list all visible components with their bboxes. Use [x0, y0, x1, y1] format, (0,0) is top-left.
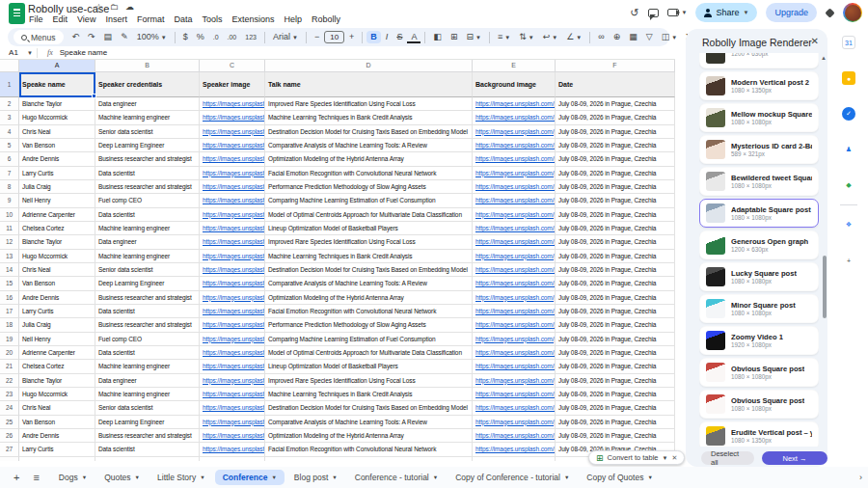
- contacts-icon[interactable]: ♟: [842, 143, 855, 156]
- get-addons-icon[interactable]: +: [842, 254, 855, 267]
- hyperlink[interactable]: https://images.unsplash.: [203, 114, 265, 121]
- cell[interactable]: Data scientist: [95, 167, 200, 180]
- hyperlink[interactable]: https://images.unsplash.: [203, 197, 265, 203]
- font-family-select[interactable]: Arial▼: [269, 31, 302, 43]
- hyperlink[interactable]: https://images.unsplash.com/p: [475, 349, 556, 356]
- cell[interactable]: https://images.unsplash.: [200, 457, 265, 461]
- cell[interactable]: https://images.unsplash.: [200, 139, 265, 152]
- cell[interactable]: July 08-09, 2026 in Prague, Czechia: [556, 152, 675, 166]
- row-header-15[interactable]: 15: [0, 277, 19, 290]
- hyperlink[interactable]: https://images.unsplash.: [203, 321, 265, 328]
- row-header-5[interactable]: 5: [0, 139, 19, 152]
- cell[interactable]: Background image: [473, 72, 556, 97]
- column-header-d[interactable]: D: [265, 60, 473, 72]
- cell[interactable]: Senior data scientist: [95, 401, 200, 415]
- cell[interactable]: https://images.unsplash.: [200, 111, 265, 124]
- text-color-icon[interactable]: A: [407, 31, 420, 43]
- row-header-14[interactable]: 14: [0, 263, 19, 277]
- hyperlink[interactable]: https://images.unsplash.: [203, 280, 265, 286]
- cell[interactable]: https://images.unsplash.com/p: [473, 180, 556, 194]
- hyperlink[interactable]: https://images.unsplash.com/p: [475, 321, 556, 328]
- cell[interactable]: Facial Emotion Recognition with Convolut…: [265, 443, 473, 456]
- cell[interactable]: Adrienne Carpenter: [19, 346, 95, 360]
- row-header-22[interactable]: 22: [0, 374, 19, 388]
- hyperlink[interactable]: https://images.unsplash.: [203, 238, 265, 245]
- text-wrap-icon[interactable]: ↩▼: [539, 31, 562, 43]
- select-all-corner[interactable]: [0, 60, 19, 72]
- hyperlink[interactable]: https://images.unsplash.: [203, 211, 265, 218]
- sheet-tab-conference-tutorial[interactable]: Conference - tutorial▼: [347, 470, 446, 485]
- row-header-28[interactable]: 28: [0, 457, 19, 461]
- cell[interactable]: Andre Dennis: [19, 429, 95, 443]
- cell[interactable]: July 08-09, 2026 in Prague, Czechia: [556, 167, 675, 180]
- cell[interactable]: Destination Decision Model for Cruising …: [265, 263, 473, 277]
- cell[interactable]: Machine learning engineer: [95, 360, 200, 373]
- cell[interactable]: Larry Curtis: [19, 167, 95, 180]
- cell[interactable]: https://images.unsplash.: [200, 152, 265, 166]
- format-currency-icon[interactable]: $: [179, 31, 192, 43]
- cell[interactable]: Data scientist: [95, 346, 200, 360]
- fill-handle[interactable]: [92, 94, 96, 98]
- insert-comment-icon[interactable]: ⊕: [610, 31, 625, 43]
- text-rotation-icon[interactable]: ∠▼: [562, 31, 585, 43]
- cell[interactable]: Van Benson: [19, 277, 95, 290]
- cell[interactable]: Machine learning engineer: [95, 222, 200, 235]
- hyperlink[interactable]: https://images.unsplash.com/p: [475, 377, 556, 384]
- cell[interactable]: Machine learning engineer: [95, 388, 200, 401]
- template-card[interactable]: Obvious Square post1080 × 1080px: [699, 390, 819, 419]
- cell[interactable]: July 08-09, 2026 in Prague, Czechia: [556, 305, 675, 318]
- cell[interactable]: Improved Rare Species Identification Usi…: [265, 235, 473, 249]
- cell[interactable]: https://images.unsplash.com/p: [473, 305, 556, 318]
- row-header-23[interactable]: 23: [0, 388, 19, 401]
- cell[interactable]: Julia Craig: [19, 180, 95, 194]
- name-box-dropdown-icon[interactable]: ▼: [27, 50, 33, 56]
- hyperlink[interactable]: https://images.unsplash.com/p: [475, 211, 556, 218]
- print-icon[interactable]: ▤: [100, 31, 117, 43]
- hyperlink[interactable]: https://images.unsplash.: [203, 460, 265, 461]
- cell[interactable]: Lineup Optimization Model of Basketball …: [265, 360, 473, 373]
- cell[interactable]: https://images.unsplash.: [200, 167, 265, 180]
- active-cell-selection[interactable]: [19, 72, 95, 97]
- hyperlink[interactable]: https://images.unsplash.: [203, 419, 265, 425]
- cell[interactable]: https://images.unsplash.com/p: [473, 333, 556, 346]
- hyperlink[interactable]: https://images.unsplash.: [203, 377, 265, 384]
- sheet-tab-blog-post[interactable]: Blog post▼: [286, 470, 345, 485]
- cell[interactable]: https://images.unsplash.com/p: [473, 125, 556, 139]
- cell[interactable]: Larry Curtis: [19, 443, 95, 456]
- cell[interactable]: https://images.unsplash.: [200, 250, 265, 263]
- move-folder-icon[interactable]: 🗀: [110, 2, 119, 13]
- chevron-down-icon[interactable]: ▼: [271, 474, 276, 480]
- chevron-down-icon[interactable]: ▼: [744, 10, 749, 15]
- menu-help[interactable]: Help: [279, 14, 307, 25]
- cell[interactable]: Chelsea Cortez: [19, 360, 95, 373]
- cell[interactable]: https://images.unsplash.com/p: [473, 291, 556, 305]
- cell[interactable]: Andre Dennis: [19, 291, 95, 305]
- cell[interactable]: July 08-09, 2026 in Prague, Czechia: [556, 346, 675, 360]
- cell[interactable]: https://images.unsplash.: [200, 277, 265, 290]
- cell[interactable]: https://images.unsplash.: [200, 443, 265, 456]
- template-card-partial[interactable]: 1200 × 630px: [699, 53, 819, 68]
- upgrade-button[interactable]: Upgrade: [766, 3, 817, 22]
- cell[interactable]: Performance Prediction Methodology of Sl…: [265, 318, 473, 332]
- template-card[interactable]: Mysterious ID card 2-Back589 × 321px: [699, 135, 819, 164]
- template-card[interactable]: Minor Square post1080 × 1080px: [699, 294, 819, 323]
- hyperlink[interactable]: https://images.unsplash.: [203, 155, 265, 162]
- cell[interactable]: July 08-09, 2026 in Prague, Czechia: [556, 235, 675, 249]
- row-header-1[interactable]: 1: [0, 72, 19, 97]
- cell[interactable]: https://images.unsplash.: [200, 416, 265, 429]
- account-avatar[interactable]: [843, 3, 862, 22]
- cell[interactable]: https://images.unsplash.com/p: [473, 111, 556, 124]
- cell[interactable]: Optimization Modeling of the Hybrid Ante…: [265, 429, 473, 443]
- paint-format-icon[interactable]: ✎: [117, 31, 132, 43]
- menu-data[interactable]: Data: [169, 14, 197, 25]
- hyperlink[interactable]: https://images.unsplash.com/p: [475, 100, 556, 107]
- cell[interactable]: https://images.unsplash.com/p: [473, 263, 556, 277]
- calendar-icon[interactable]: 31: [842, 36, 855, 49]
- vertical-align-icon[interactable]: ⇅▼: [515, 31, 538, 43]
- row-header-4[interactable]: 4: [0, 125, 19, 139]
- chevron-down-icon[interactable]: ▼: [82, 474, 87, 480]
- cell[interactable]: Destination Decision Model for Cruising …: [265, 401, 473, 415]
- comment-history-icon[interactable]: [648, 9, 659, 17]
- cell[interactable]: July 08-09, 2026 in Prague, Czechia: [556, 125, 675, 139]
- hyperlink[interactable]: https://images.unsplash.com/p: [475, 128, 556, 135]
